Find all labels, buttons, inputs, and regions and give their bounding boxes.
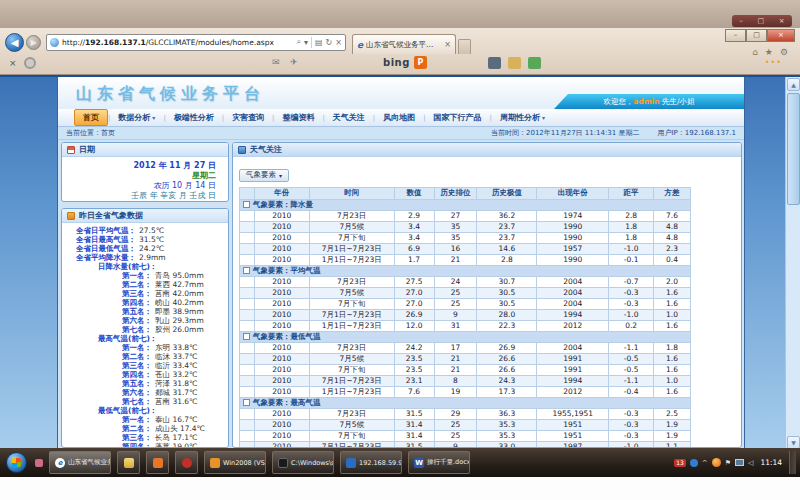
checkbox[interactable]: [243, 333, 250, 340]
browser-chrome: ◀ ▶ http://192.168.137.1/GLCCLIMATE/modu…: [0, 28, 800, 75]
nav-item-5[interactable]: 天气关注: [325, 110, 373, 125]
tray-fox-app-icon[interactable]: [712, 458, 721, 467]
search-dropdown-icon[interactable]: ▾: [304, 38, 308, 47]
taskbar-button-6[interactable]: 192.168.59.99...: [340, 451, 402, 474]
rank-section-title: 最高气温(前七)：: [64, 334, 226, 343]
table-row[interactable]: 20107月1日~7月23日26.9928.01994-1.01.0: [240, 309, 691, 320]
checkbox[interactable]: [243, 201, 250, 208]
nav-item-6[interactable]: 风向地图: [375, 110, 423, 125]
list-item: 第六名：郯城 31.7℃: [64, 388, 226, 397]
table-row[interactable]: 20107月23日27.52430.72004-0.72.0: [240, 276, 691, 287]
taskbar-clock[interactable]: 11:14: [760, 458, 782, 467]
nav-item-4[interactable]: 整编资料: [274, 110, 322, 125]
table-row[interactable]: 20107月5候31.42535.31951-0.31.9: [240, 419, 691, 430]
table-cell: -1.0: [609, 243, 654, 254]
taskbar-button-3[interactable]: [175, 451, 198, 474]
network-monitor-icon[interactable]: [735, 459, 744, 466]
table-row[interactable]: 20101月1日~7月23日1.7212.81990-0.10.4: [240, 254, 691, 265]
taskbar-button-5[interactable]: C:\Windows\s...: [272, 451, 334, 474]
table-cell: 29: [434, 408, 477, 419]
table-cell: 1.8: [609, 221, 654, 232]
more-options-dots-icon[interactable]: •••: [765, 58, 782, 67]
table-cell: 7月5候: [309, 419, 394, 430]
taskbar-button-1[interactable]: [117, 451, 140, 474]
rank-section-title: 最低气温(前七)：: [64, 406, 226, 415]
maximize-button[interactable]: □: [746, 29, 767, 42]
table-cell: -1.1: [609, 375, 654, 386]
mail-icon[interactable]: ✉: [272, 57, 280, 67]
table-cell: 1951: [537, 419, 609, 430]
puzzle-addon-icon[interactable]: [528, 57, 541, 69]
checkbox[interactable]: [243, 399, 250, 406]
volume-icon[interactable]: ◁: [748, 459, 753, 467]
toolbar-close-icon[interactable]: ×: [9, 58, 17, 68]
tab-close-icon[interactable]: ×: [444, 40, 451, 49]
table-row[interactable]: 20107月下旬27.02530.52004-0.31.6: [240, 298, 691, 309]
scroll-down-icon[interactable]: ▼: [787, 436, 800, 448]
url-text[interactable]: http://192.168.137.1/GLCCLIMATE/modules/…: [62, 38, 297, 47]
table-row[interactable]: 20107月23日24.21726.92004-1.11.8: [240, 342, 691, 353]
table-row[interactable]: 20107月1日~7月23日6.91614.61957-1.02.3: [240, 243, 691, 254]
paint-addon-icon[interactable]: [508, 57, 521, 69]
scrollbar-thumb[interactable]: [787, 93, 800, 205]
search-icon[interactable]: ⌕: [297, 37, 301, 47]
taskbar-button-0[interactable]: e山东省气候业务平...: [49, 451, 111, 474]
taskbar-button-4[interactable]: Win2008 (VS2...: [204, 451, 266, 474]
table-row[interactable]: 20107月下旬31.42535.31951-0.31.9: [240, 430, 691, 441]
table-row[interactable]: 20101月1日~7月23日12.03122.320120.21.6: [240, 320, 691, 331]
minimize-button[interactable]: –: [725, 29, 746, 42]
browser-viewport: 山东省气候业务平台 欢迎您，admin 先生/小姐 首页|数据分析▾|极端性分析…: [0, 75, 800, 448]
table-cell: 31.4: [394, 430, 434, 441]
address-bar[interactable]: http://192.168.137.1/GLCCLIMATE/modules/…: [46, 34, 346, 51]
compatibility-view-icon[interactable]: ▤: [315, 38, 323, 47]
list-item: 第一名：青岛 95.0mm: [64, 271, 226, 280]
table-cell: 31.4: [394, 419, 434, 430]
table-row[interactable]: 20107月23日2.92736.219742.87.6: [240, 210, 691, 221]
table-cell: 2012: [537, 386, 609, 397]
element-dropdown-button[interactable]: 气象要素 ▾: [239, 169, 289, 182]
nav-item-1[interactable]: 数据分析▾: [110, 110, 163, 125]
nav-item-3[interactable]: 灾害查询: [224, 110, 272, 125]
table-cell: 2010: [254, 353, 309, 364]
checkbox[interactable]: [243, 267, 250, 274]
table-row[interactable]: 20107月23日31.52936.31955,1951-0.32.5: [240, 408, 691, 419]
close-button[interactable]: ×: [767, 29, 795, 42]
bing-badge-icon[interactable]: P: [414, 56, 427, 69]
nav-item-8[interactable]: 周期性分析▾: [492, 110, 553, 125]
scroll-up-icon[interactable]: ▲: [787, 78, 800, 91]
nav-item-2[interactable]: 极端性分析: [166, 110, 222, 125]
nav-item-7[interactable]: 国家下行产品: [426, 110, 490, 125]
taskbar-tray-app-icon[interactable]: [35, 459, 43, 467]
bing-logo[interactable]: bing: [383, 57, 410, 68]
refresh-icon[interactable]: ↻: [326, 38, 333, 47]
send-page-icon[interactable]: ✈: [290, 57, 298, 67]
action-center-flag-icon[interactable]: ⚑: [725, 459, 731, 467]
vertical-scrollbar[interactable]: ▲ ▼: [785, 77, 800, 448]
weather-watch-icon: [238, 146, 246, 154]
table-row[interactable]: 20107月5候23.52126.61991-0.51.6: [240, 353, 691, 364]
browser-tab[interactable]: e 山东省气候业务平... ×: [352, 34, 456, 54]
show-hidden-icons-caret[interactable]: ^: [702, 459, 708, 467]
table-row[interactable]: 20107月下旬23.52126.61991-0.51.6: [240, 364, 691, 375]
forward-button[interactable]: ▶: [26, 35, 41, 50]
table-row[interactable]: 20107月1日~7月23日23.1824.31994-1.11.0: [240, 375, 691, 386]
back-button[interactable]: ◀: [5, 33, 24, 52]
taskbar-button-7[interactable]: W操行千量.docx ...: [408, 451, 470, 474]
table-cell: 2004: [537, 287, 609, 298]
start-button[interactable]: [6, 452, 27, 473]
list-item: 第五名：即墨 38.9mm: [64, 307, 226, 316]
new-tab-button[interactable]: [458, 39, 471, 54]
taskbar-button-2[interactable]: [146, 451, 169, 474]
weather-watch-panel: 天气关注 气象要素 ▾ 年份时间数值历史排位历史极值出现年份距平方: [232, 142, 742, 448]
table-row[interactable]: 20107月1日~7月23日31.5933.01987-1.01.1: [240, 441, 691, 448]
table-row[interactable]: 20107月5候3.43523.719901.84.8: [240, 221, 691, 232]
tray-blue-app-icon[interactable]: [690, 459, 698, 467]
table-row[interactable]: 20107月下旬3.43523.719901.84.8: [240, 232, 691, 243]
camera-addon-icon[interactable]: [488, 57, 501, 69]
column-header: 时间: [309, 187, 394, 199]
nav-item-0[interactable]: 首页: [74, 109, 108, 126]
stop-icon[interactable]: ×: [335, 38, 342, 47]
table-row[interactable]: 20107月5候27.02530.52004-0.31.6: [240, 287, 691, 298]
show-desktop-button[interactable]: [789, 451, 796, 474]
table-row[interactable]: 20101月1日~7月23日7.61917.32012-0.41.6: [240, 386, 691, 397]
